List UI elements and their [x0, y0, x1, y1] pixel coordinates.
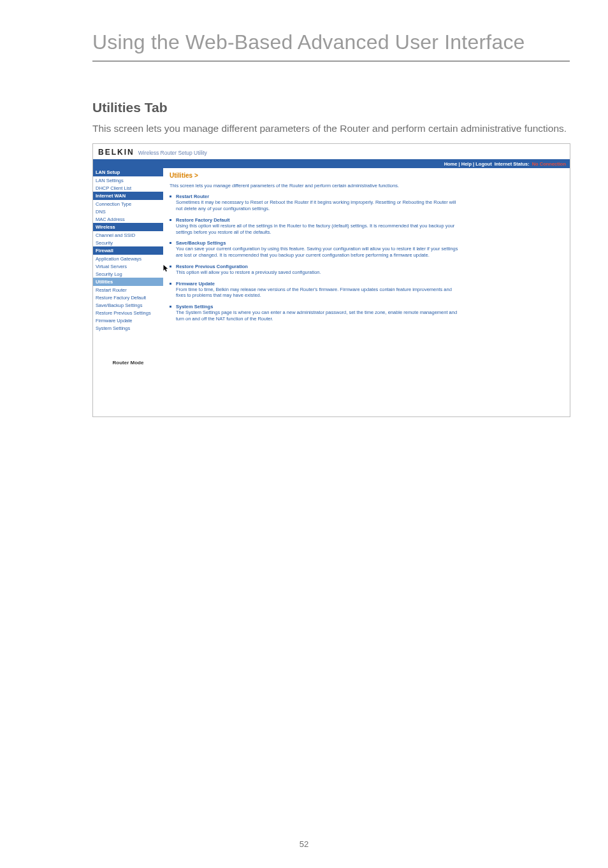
utilities-title: Utilities >	[170, 172, 565, 179]
section-heading: Utilities Tab	[92, 100, 570, 115]
nav-item[interactable]: Restart Router	[93, 286, 163, 294]
topbar-links[interactable]: Home | Help | Logout	[444, 161, 492, 167]
nav-item[interactable]: System Settings	[93, 324, 163, 332]
nav-item[interactable]: Restore Previous Settings	[93, 309, 163, 317]
internet-status-value: No Connection	[532, 161, 566, 167]
nav-group-head[interactable]: Firewall	[93, 246, 163, 255]
nav-item[interactable]: Security Log	[93, 270, 163, 278]
nav-item[interactable]: Security	[93, 239, 163, 246]
utility-link[interactable]: Restore Factory Default	[176, 217, 463, 223]
utility-link[interactable]: Save/Backup Settings	[176, 240, 463, 246]
utility-desc: You can save your current configuration …	[176, 246, 463, 259]
brand-subtitle: Wireless Router Setup Utility	[138, 150, 207, 156]
utility-desc: Using this option will restore all of th…	[176, 223, 463, 236]
nav-item[interactable]: Firmware Update	[93, 317, 163, 324]
nav-group-head[interactable]: Utilities	[93, 278, 163, 286]
utility-item: Restore Factory DefaultUsing this option…	[170, 217, 463, 236]
nav-group-head[interactable]: LAN Setup	[93, 168, 163, 176]
utility-link[interactable]: Firmware Update	[176, 281, 463, 287]
internet-status-label: Internet Status:	[495, 161, 530, 167]
utility-item: Save/Backup SettingsYou can save your cu…	[170, 240, 463, 259]
nav-item[interactable]: Application Gateways	[93, 255, 163, 262]
sidebar-nav: LAN SetupLAN SettingsDHCP Client ListInt…	[93, 168, 163, 416]
router-screenshot: BELKIN Wireless Router Setup Utility Hom…	[92, 143, 570, 417]
nav-item[interactable]: MAC Address	[93, 215, 163, 223]
utility-item: Restore Previous ConfigurationThis optio…	[170, 264, 463, 276]
nav-group-head[interactable]: Internet WAN	[93, 192, 163, 200]
utilities-intro: This screen lets you manage different pa…	[170, 183, 444, 189]
main-panel: Utilities > This screen lets you manage …	[163, 168, 570, 416]
utility-link[interactable]: Restart Router	[176, 194, 463, 199]
section-desc: This screen lets you manage different pa…	[92, 122, 570, 136]
shot-header: BELKIN Wireless Router Setup Utility	[93, 144, 570, 159]
section-content: Utilities Tab This screen lets you manag…	[0, 62, 608, 417]
nav-item[interactable]: Save/Backup Settings	[93, 301, 163, 309]
utility-item: System SettingsThe System Settings page …	[170, 304, 463, 322]
nav-item[interactable]: Connection Type	[93, 200, 163, 208]
nav-item[interactable]: Channel and SSID	[93, 231, 163, 239]
utility-link[interactable]: System Settings	[176, 304, 463, 309]
top-nav-bar: Home | Help | Logout Internet Status: No…	[93, 159, 570, 168]
nav-group-head[interactable]: Wireless	[93, 223, 163, 231]
page-number: 52	[0, 839, 608, 849]
utility-item: Firmware UpdateFrom time to time, Belkin…	[170, 281, 463, 299]
utility-desc: From time to time, Belkin may release ne…	[176, 287, 463, 299]
router-mode-label: Router Mode	[93, 357, 163, 368]
utility-desc: This option will allow you to restore a …	[176, 269, 463, 276]
brand-logo: BELKIN	[98, 148, 134, 157]
nav-item[interactable]: LAN Settings	[93, 176, 163, 184]
utility-desc: The System Settings page is where you ca…	[176, 309, 463, 322]
utility-link[interactable]: Restore Previous Configuration	[176, 264, 463, 269]
utility-desc: Sometimes it may be necessary to Reset o…	[176, 199, 463, 212]
nav-item[interactable]: Virtual Servers	[93, 262, 163, 270]
utilities-list: Restart RouterSometimes it may be necess…	[170, 194, 565, 322]
shot-body: LAN SetupLAN SettingsDHCP Client ListInt…	[93, 168, 570, 416]
utility-item: Restart RouterSometimes it may be necess…	[170, 194, 463, 212]
nav-item[interactable]: DNS	[93, 208, 163, 215]
page-title: Using the Web-Based Advanced User Interf…	[0, 0, 608, 60]
nav-item[interactable]: DHCP Client List	[93, 184, 163, 192]
nav-item[interactable]: Restore Factory Default	[93, 294, 163, 301]
